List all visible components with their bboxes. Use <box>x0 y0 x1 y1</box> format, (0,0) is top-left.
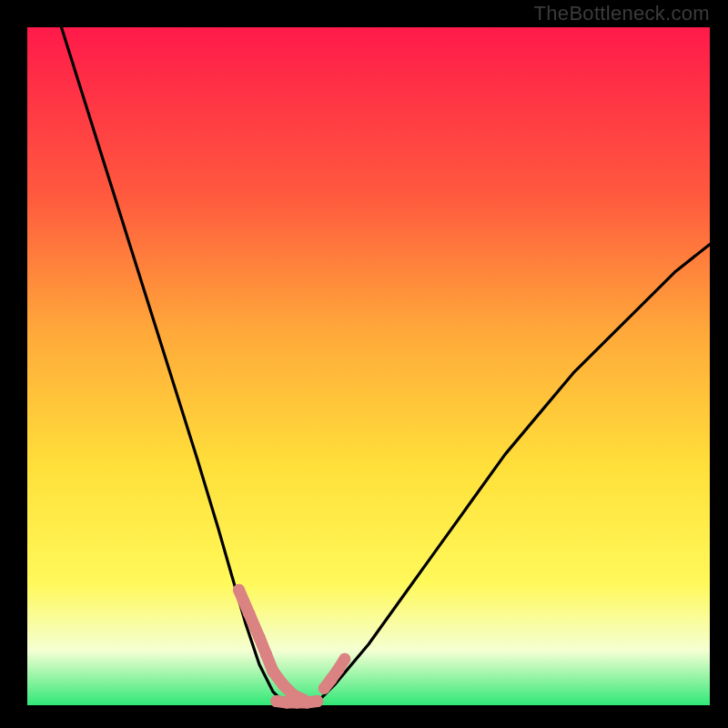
plot-area <box>27 27 710 705</box>
curve-marker <box>339 653 350 665</box>
curve-marker <box>311 695 323 707</box>
chart-frame: TheBottleneck.com <box>0 0 728 728</box>
watermark-label: TheBottleneck.com <box>534 2 710 25</box>
chart-svg <box>27 27 710 705</box>
